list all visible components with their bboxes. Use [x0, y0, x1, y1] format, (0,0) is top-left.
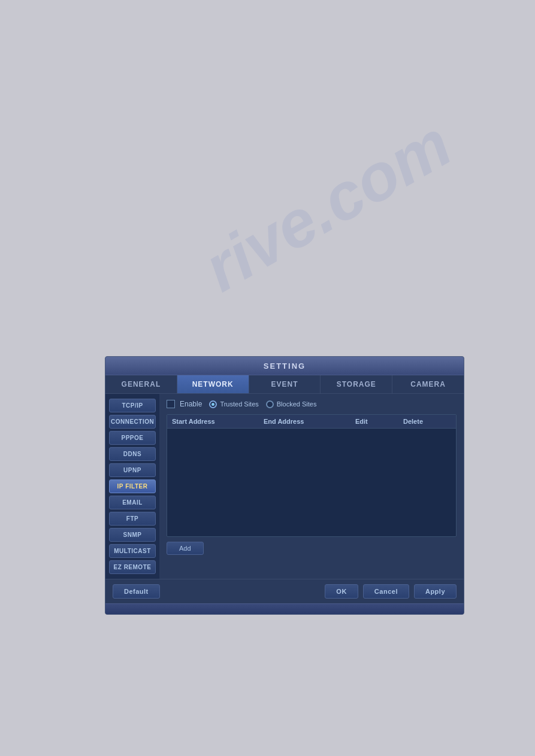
add-button[interactable]: Add	[167, 542, 204, 555]
tab-network[interactable]: NETWORK	[177, 375, 249, 393]
cancel-button[interactable]: Cancel	[363, 584, 409, 599]
tab-general[interactable]: GENERAL	[105, 375, 177, 393]
enable-label: Enable	[180, 400, 202, 408]
sidebar-item-ipfilter[interactable]: IP FILTER	[109, 479, 156, 493]
col-start-address: Start Address	[172, 418, 264, 425]
sidebar-item-ezremote[interactable]: EZ REMOTE	[109, 560, 156, 574]
sidebar-item-snmp[interactable]: SNMP	[109, 528, 156, 542]
col-delete: Delete	[403, 418, 451, 425]
radio-trusted-label: Trusted Sites	[220, 400, 258, 408]
sidebar-item-multicast[interactable]: MULTICAST	[109, 544, 156, 558]
sidebar-item-ddns[interactable]: DDNS	[109, 447, 156, 461]
watermark: rive.com	[191, 105, 464, 306]
bottom-bar	[105, 603, 464, 614]
dialog-title: SETTING	[264, 362, 306, 371]
radio-blocked[interactable]: Blocked Sites	[266, 400, 317, 408]
tab-event[interactable]: EVENT	[249, 375, 321, 393]
action-btn-group: OK Cancel Apply	[325, 584, 457, 599]
enable-row: Enable Trusted Sites Blocked Sites	[167, 400, 457, 408]
apply-button[interactable]: Apply	[414, 584, 457, 599]
radio-blocked-button[interactable]	[266, 400, 274, 408]
sidebar-item-connection[interactable]: CONNECTION	[109, 415, 156, 429]
tab-camera[interactable]: CAMERA	[392, 375, 464, 393]
table-header: Start Address End Address Edit Delete	[167, 415, 456, 429]
sidebar-item-ftp[interactable]: FTP	[109, 512, 156, 526]
title-bar: SETTING	[105, 357, 464, 375]
add-button-row: Add	[167, 542, 457, 555]
radio-trusted-button[interactable]	[209, 400, 217, 408]
col-edit: Edit	[355, 418, 403, 425]
action-row: Default OK Cancel Apply	[105, 579, 464, 603]
sidebar-item-tcpip[interactable]: TCP/IP	[109, 399, 156, 412]
right-panel: Enable Trusted Sites Blocked Sites Start…	[159, 394, 464, 579]
enable-checkbox[interactable]	[167, 400, 175, 408]
ip-filter-table: Start Address End Address Edit Delete	[167, 414, 457, 537]
radio-blocked-label: Blocked Sites	[277, 400, 317, 408]
tabs-row: GENERAL NETWORK EVENT STORAGE CAMERA	[105, 375, 464, 394]
sidebar: TCP/IP CONNECTION PPPOE DDNS UPNP IP FIL…	[105, 394, 159, 579]
tab-storage[interactable]: STORAGE	[321, 375, 392, 393]
settings-dialog: SETTING GENERAL NETWORK EVENT STORAGE CA…	[105, 356, 464, 615]
sidebar-item-upnp[interactable]: UPNP	[109, 463, 156, 477]
radio-group: Trusted Sites Blocked Sites	[209, 400, 316, 408]
table-body	[167, 429, 456, 536]
ok-button[interactable]: OK	[325, 584, 358, 599]
col-end-address: End Address	[264, 418, 355, 425]
sidebar-item-email[interactable]: EMAIL	[109, 496, 156, 509]
content-area: TCP/IP CONNECTION PPPOE DDNS UPNP IP FIL…	[105, 394, 464, 579]
radio-trusted[interactable]: Trusted Sites	[209, 400, 258, 408]
sidebar-item-pppoe[interactable]: PPPOE	[109, 431, 156, 445]
default-button[interactable]: Default	[113, 584, 160, 599]
